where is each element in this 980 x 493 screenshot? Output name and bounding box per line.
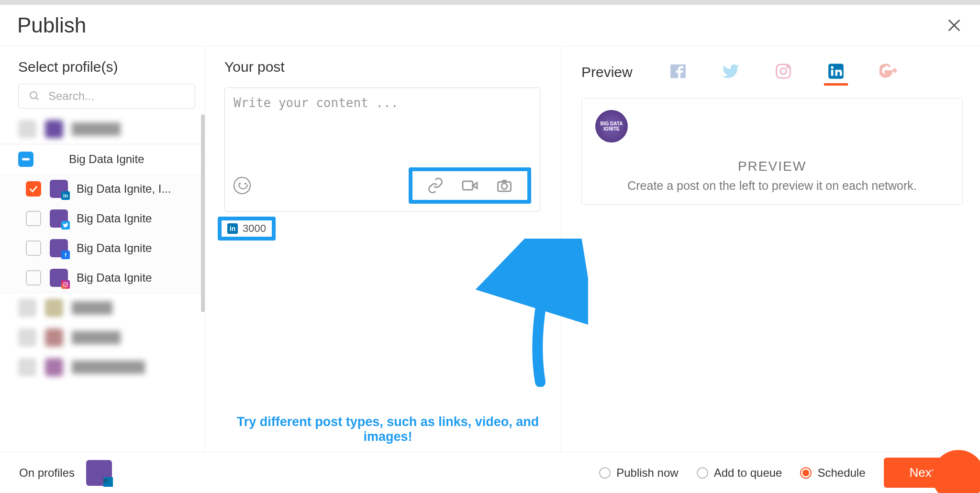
twitter-icon [722,62,740,80]
char-count-value: 3000 [243,222,266,235]
preview-body: PREVIEW Create a post on the left to pre… [595,159,949,193]
image-button[interactable] [496,177,513,194]
instagram-icon [61,280,70,289]
video-icon [461,177,479,194]
svg-point-6 [67,283,67,284]
profile-row[interactable]: █████████ [0,352,205,382]
facebook-icon [669,62,687,80]
search-input[interactable] [18,84,195,109]
profile-thumb: f [50,239,68,257]
profile-row[interactable]: ██████ [0,323,205,352]
linkedin-icon: in [61,191,70,200]
profile-row[interactable]: Big Data Ignite [0,204,205,233]
profile-checkbox[interactable] [18,299,36,317]
footer: On profiles in Publish now Add to queue … [0,452,980,493]
compose-textarea[interactable] [234,96,531,153]
radio-label: Add to queue [714,466,782,480]
profile-thumb [45,299,63,317]
profiles-list[interactable]: ██████ Big Data Ignite [0,114,205,452]
publish-window: Publish Select profile(s) ██████ [0,0,980,493]
tab-twitter[interactable] [719,59,743,86]
video-button[interactable] [461,177,479,194]
svg-point-18 [831,66,834,69]
linkedin-icon [827,62,845,80]
instagram-icon [774,62,792,80]
profile-row[interactable]: f Big Data Ignite [0,233,205,263]
radio-label: Schedule [817,466,865,480]
profile-checkbox[interactable] [26,181,41,197]
composer-title: Your post [224,59,542,75]
profile-label: Big Data Ignite [77,271,152,285]
profile-label: Big Data Ignite [69,153,144,166]
tab-googleplus[interactable] [877,59,901,86]
on-profiles-label: On profiles [19,466,75,480]
radio-input[interactable] [800,467,812,479]
compose-toolbar [234,167,531,204]
profile-row[interactable]: Big Data Ignite [0,144,205,174]
profile-checkbox[interactable] [18,120,36,138]
selected-profile-thumb[interactable]: in [86,460,112,486]
close-button[interactable] [946,17,963,34]
profile-checkbox[interactable] [26,211,41,226]
preview-title: Preview [581,64,633,80]
link-icon [427,177,444,194]
emoji-button[interactable] [234,177,251,194]
radio-publish-now[interactable]: Publish now [599,466,678,480]
compose-box [224,88,540,212]
radio-input[interactable] [697,467,708,479]
profile-thumb [50,209,68,228]
body: Select profile(s) ██████ [0,46,980,452]
tab-linkedin[interactable] [824,59,848,86]
profile-checkbox[interactable] [18,152,33,167]
profile-thumb [45,120,63,138]
radio-add-to-queue[interactable]: Add to queue [697,466,782,480]
profile-label: Big Data Ignite [77,212,152,225]
linkedin-icon: in [227,223,238,234]
tab-facebook[interactable] [666,59,690,86]
preview-card-message: Create a post on the left to preview it … [595,179,949,193]
close-icon [946,17,962,33]
profile-row[interactable]: in Big Data Ignite, I... [0,174,205,204]
profile-thumb: in [50,180,68,198]
profile-row[interactable]: Big Data Ignite [0,263,205,293]
sidebar: Select profile(s) ██████ [0,46,205,452]
profile-row[interactable]: █████ [0,293,205,323]
profile-group: Big Data Ignite in Big Data Ignite, I... [0,144,205,293]
footer-left: On profiles in [19,460,112,486]
preview-card: BIG DATA IGNITE PREVIEW Create a post on… [581,98,963,205]
radio-input[interactable] [599,467,611,479]
profile-label: █████ [72,301,112,315]
svg-rect-7 [463,181,473,190]
svg-point-15 [787,66,789,67]
profile-thumb [45,358,63,376]
profile-label: █████████ [72,361,145,374]
sidebar-header: Select profile(s) [0,46,205,114]
link-button[interactable] [427,177,444,194]
svg-line-3 [36,98,38,100]
linkedin-icon: in [103,477,113,487]
annotation-tip-text: Try different post types, such as links,… [234,415,542,444]
svg-point-5 [65,284,67,285]
profile-checkbox[interactable] [26,241,41,256]
profile-checkbox[interactable] [18,358,36,376]
preview-header: Preview [581,59,963,86]
char-counter: in 3000 [218,217,276,241]
footer-right: Publish now Add to queue Schedule Next [599,458,961,488]
camera-icon [496,177,513,194]
scroll-indicator[interactable] [201,114,205,312]
search-wrap [18,84,195,109]
profile-label: Big Data Ignite [77,241,152,255]
svg-point-14 [780,68,786,74]
avatar-text: BIG DATA IGNITE [595,121,628,131]
profile-checkbox[interactable] [18,329,36,347]
svg-point-10 [501,184,507,189]
profile-label: Big Data Ignite, I... [77,182,171,196]
radio-schedule[interactable]: Schedule [800,466,865,480]
page-title: Publish [17,13,86,37]
composer: Your post [205,46,561,452]
tab-instagram[interactable] [771,59,795,86]
googleplus-icon [880,62,898,80]
profile-checkbox[interactable] [26,270,41,285]
profile-thumb [50,269,68,287]
profile-row[interactable]: ██████ [0,114,205,144]
